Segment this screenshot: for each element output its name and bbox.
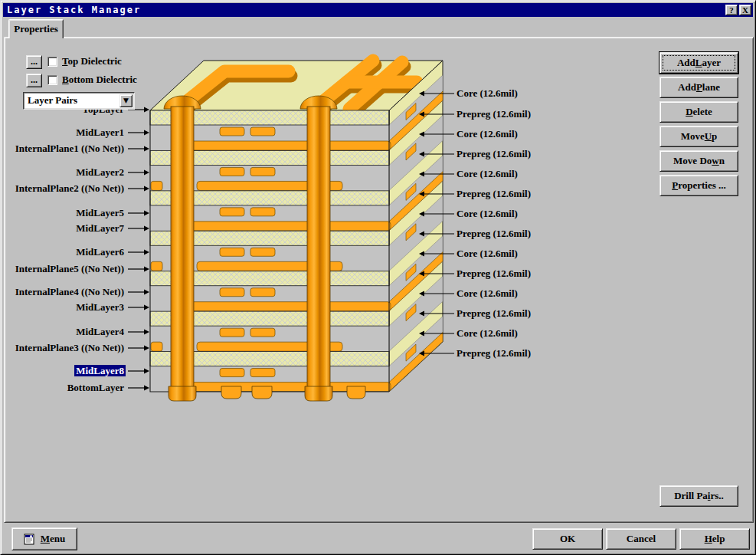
layer-label-internalplane2[interactable]: InternalPlane2 ((No Net)) [14,182,126,194]
layer-label-midlayer6[interactable]: MidLayer6 [74,246,126,258]
layer-label-internalplane1[interactable]: InternalPlane1 ((No Net)) [14,143,126,154]
dielectric-label: Core (12.6mil) [457,168,518,180]
dropdown-arrow-button[interactable]: ▼ [119,94,133,107]
layer-pairs-select[interactable]: Layer Pairs ▼ [23,92,135,110]
layer-label-midlayer5[interactable]: MidLayer5 [74,207,126,218]
menu-button[interactable]: Menu [11,527,77,550]
chevron-down-icon: ▼ [123,97,129,104]
layer-row[interactable]: MidLayer4 [5,326,126,338]
dielectric-label: Core (12.6mil) [457,87,518,100]
help-titlebar-button[interactable]: ? [725,5,738,15]
close-button[interactable]: X [739,5,751,15]
move-up-button[interactable]: Move Up [659,126,738,147]
close-icon: X [742,5,748,15]
layer-row[interactable]: InternalPlane3 ((No Net)) [5,342,126,354]
dielectric-label: Prepreg (12.6mil) [457,347,531,360]
layer-label-midlayer2[interactable]: MidLayer2 [74,166,126,178]
top-dielectric-browse-button[interactable]: ... [26,55,42,69]
dielectric-label: Core (12.6mil) [457,128,518,140]
layer-row[interactable]: InternalPlane5 ((No Net)) [5,263,126,275]
top-dielectric-checkbox[interactable] [47,57,57,67]
layer-row[interactable]: InternalPlane4 ((No Net)) [5,286,126,298]
titlebar-buttons: ? X [725,5,751,15]
layer-stack-manager-dialog: Layer Stack Manager ? X ... Top Dielectr… [0,0,756,555]
menu-icon [24,534,35,545]
layer-label-internalplane5[interactable]: InternalPlane5 ((No Net)) [14,263,126,274]
layer-label-internalplane4[interactable]: InternalPlane4 ((No Net)) [14,286,126,297]
dielectric-label: Core (12.6mil) [457,287,518,300]
bottom-dielectric-checkbox[interactable] [47,75,57,85]
layer-row[interactable]: MidLayer3 [5,301,126,314]
layer-row[interactable]: InternalPlane2 ((No Net)) [5,182,126,195]
dielectric-label: Prepreg (12.6mil) [457,148,531,160]
dielectric-label: Core (12.6mil) [457,327,518,340]
dielectric-label: Prepreg (12.6mil) [457,268,531,280]
layer-label-midlayer7[interactable]: MidLayer7 [74,222,126,234]
dielectric-label: Prepreg (12.6mil) [457,307,531,320]
dielectric-label: Core (12.6mil) [457,248,518,260]
layer-row[interactable]: MidLayer2 [5,166,126,179]
move-down-button[interactable]: Move Down [659,150,738,172]
dielectric-label: Prepreg (12.6mil) [457,108,531,120]
help-button[interactable]: Help [679,528,750,550]
properties-panel: ... Top Dielectric ... Bottom Dielectric… [4,37,754,523]
layer-label-midlayer3[interactable]: MidLayer3 [74,301,126,313]
dielectric-label: Core (12.6mil) [457,208,518,220]
add-layer-button[interactable]: Add Layer [659,52,738,74]
layer-label-internalplane3[interactable]: InternalPlane3 ((No Net)) [14,342,126,353]
layer-label-midlayer1[interactable]: MidLayer1 [74,126,126,138]
bottom-dielectric-label: Bottom Dielectric [62,74,137,86]
layer-label-bottomlayer[interactable]: BottomLayer [66,382,126,393]
dielectric-label: Prepreg (12.6mil) [457,188,531,200]
tab-properties[interactable]: Properties [8,19,64,38]
bottom-dielectric-browse-button[interactable]: ... [26,74,42,87]
properties-button[interactable]: Properties ... [659,175,738,196]
layer-label-midlayer8[interactable]: MidLayer8 [74,365,126,376]
layer-row[interactable]: MidLayer1 [5,126,126,139]
layer-row[interactable]: MidLayer6 [5,246,126,258]
add-plane-button[interactable]: Add Plane [659,77,738,98]
window-title: Layer Stack Manager [7,5,141,15]
top-dielectric-label: Top Dielectric [62,55,122,67]
delete-button[interactable]: Delete [659,101,738,123]
ok-button[interactable]: OK [532,528,603,550]
layer-row[interactable]: MidLayer8 [5,365,126,377]
layer-row[interactable]: MidLayer5 [5,207,126,219]
titlebar[interactable]: Layer Stack Manager ? X [3,3,753,17]
layer-row[interactable]: MidLayer7 [5,222,126,235]
layer-row[interactable]: InternalPlane1 ((No Net)) [5,143,126,155]
drill-pairs-button[interactable]: Drill Pairs.. [659,485,738,507]
layer-pairs-value: Layer Pairs [28,94,77,107]
layer-row[interactable]: BottomLayer [5,382,126,394]
menu-label: Menu [41,533,66,545]
cancel-button[interactable]: Cancel [606,528,676,550]
layer-label-midlayer4[interactable]: MidLayer4 [74,326,126,337]
question-icon: ? [729,5,734,15]
dielectric-label: Prepreg (12.6mil) [457,228,531,240]
